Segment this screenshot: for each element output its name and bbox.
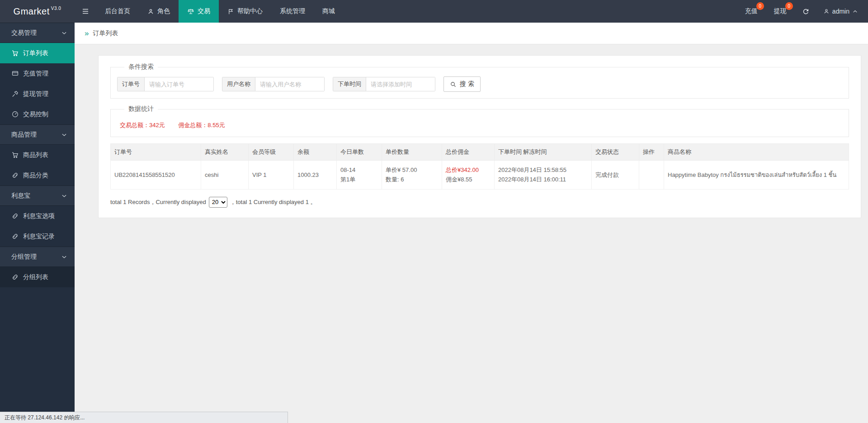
link-icon bbox=[11, 171, 19, 179]
commission-value: 佣金¥8.55 bbox=[446, 175, 491, 184]
scales-icon bbox=[187, 8, 194, 15]
recharge-button[interactable]: 充值 0 bbox=[737, 0, 766, 23]
gauge-icon bbox=[11, 110, 19, 118]
stats-line: 交易总额：342元 佣金总额：8.55元 bbox=[117, 119, 842, 130]
hammer-icon bbox=[11, 90, 19, 98]
user-name-label: 用户名称 bbox=[222, 77, 255, 91]
col-vip-level: 会员等级 bbox=[249, 144, 294, 161]
nav-item-help-center[interactable]: 帮助中心 bbox=[219, 0, 271, 23]
withdraw-button[interactable]: 提现 0 bbox=[766, 0, 795, 23]
col-trade-status: 交易状态 bbox=[592, 144, 639, 161]
browser-status-bar: 正在等待 27.124.46.142 的响应... bbox=[0, 412, 288, 423]
brand-logo[interactable]: Gmarket V3.0 bbox=[0, 0, 75, 23]
link-icon bbox=[11, 233, 19, 240]
nav-item-trade[interactable]: 交易 bbox=[179, 0, 219, 23]
user-name: admin bbox=[832, 8, 849, 15]
stats-panel: 数据统计 交易总额：342元 佣金总额：8.55元 bbox=[110, 105, 849, 137]
sidebar-item-group-list[interactable]: 分组列表 bbox=[0, 267, 75, 287]
user-name-field-group: 用户名称 bbox=[222, 77, 325, 91]
sidebar-section-product-mgmt[interactable]: 商品管理 bbox=[0, 124, 75, 145]
col-unit-price-qty: 单价数量 bbox=[382, 144, 442, 161]
navbar-right: 充值 0 提现 0 admin bbox=[737, 0, 868, 23]
breadcrumb: » 订单列表 bbox=[75, 23, 868, 44]
hamburger-menu-icon[interactable] bbox=[75, 0, 96, 23]
cell-order-unfreeze-time: 2022年08月14日 15:58:55 2022年08月14日 16:00:1… bbox=[495, 161, 592, 190]
order-time-input[interactable] bbox=[366, 77, 435, 91]
breadcrumb-chevrons-icon: » bbox=[85, 29, 89, 38]
nav-item-dashboard[interactable]: 后台首页 bbox=[96, 0, 139, 23]
content-card: 条件搜索 订单号 用户名称 下单时间 搜 索 bbox=[98, 55, 861, 218]
search-button[interactable]: 搜 索 bbox=[443, 76, 481, 92]
cart-icon bbox=[11, 49, 19, 57]
table-header-row: 订单号 真实姓名 会员等级 余额 今日单数 单价数量 总价佣金 下单时间 解冻时… bbox=[111, 144, 849, 161]
order-no-field-group: 订单号 bbox=[117, 77, 214, 91]
chevron-down-icon bbox=[61, 132, 67, 138]
chevron-down-icon bbox=[61, 254, 67, 260]
nav-item-mall[interactable]: 商城 bbox=[314, 0, 344, 23]
cell-actions bbox=[639, 161, 664, 190]
chevron-up-icon bbox=[852, 9, 858, 14]
main-nav: 后台首页 角色 交易 帮助中心 系统管理 商城 bbox=[96, 0, 344, 23]
refresh-icon[interactable] bbox=[795, 0, 817, 23]
stats-panel-legend: 数据统计 bbox=[124, 105, 158, 113]
top-navbar: Gmarket V3.0 后台首页 角色 交易 帮助中心 系统管理 商城 充值 bbox=[0, 0, 868, 23]
col-order-no: 订单号 bbox=[111, 144, 201, 161]
sidebar-item-trade-control[interactable]: 交易控制 bbox=[0, 104, 75, 124]
cell-vip-level: VIP 1 bbox=[249, 161, 294, 190]
nav-item-system[interactable]: 系统管理 bbox=[271, 0, 314, 23]
total-trade-amount: 交易总额：342元 bbox=[120, 122, 165, 128]
orders-table: 订单号 真实姓名 会员等级 余额 今日单数 单价数量 总价佣金 下单时间 解冻时… bbox=[110, 143, 849, 190]
sidebar-section-trade-mgmt[interactable]: 交易管理 bbox=[0, 23, 75, 43]
person-icon bbox=[147, 8, 154, 15]
cell-trade-status: 完成付款 bbox=[592, 161, 639, 190]
brand-name: Gmarket bbox=[14, 6, 50, 17]
order-time-field-group: 下单时间 bbox=[333, 77, 435, 91]
cell-unit-price-qty: 单价¥ 57.00 数量: 6 bbox=[382, 161, 442, 190]
chevron-down-icon bbox=[61, 30, 67, 36]
total-price-value: 总价¥342.00 bbox=[446, 165, 491, 175]
search-panel: 条件搜索 订单号 用户名称 下单时间 搜 索 bbox=[110, 63, 849, 99]
pagination-suffix: ，total 1 Currently displayed 1 。 bbox=[230, 198, 316, 206]
user-menu[interactable]: admin bbox=[817, 0, 868, 23]
chevron-down-icon bbox=[61, 193, 67, 199]
cart-icon bbox=[11, 151, 19, 159]
order-no-label: 订单号 bbox=[118, 77, 145, 91]
sidebar-item-recharge-mgmt[interactable]: 充值管理 bbox=[0, 63, 75, 84]
col-today-orders: 今日单数 bbox=[337, 144, 382, 161]
search-panel-legend: 条件搜索 bbox=[124, 63, 158, 71]
col-total-commission: 总价佣金 bbox=[442, 144, 495, 161]
page-size-select[interactable]: 20 bbox=[209, 197, 227, 208]
sidebar-item-interest-records[interactable]: 利息宝记录 bbox=[0, 226, 75, 247]
sidebar-item-order-list[interactable]: 订单列表 bbox=[0, 43, 75, 63]
col-balance: 余额 bbox=[294, 144, 337, 161]
sidebar: 交易管理 订单列表 充值管理 提现管理 交易控制 商品管理 商品列表 商品分类 … bbox=[0, 23, 75, 423]
col-order-unfreeze-time: 下单时间 解冻时间 bbox=[495, 144, 592, 161]
brand-version: V3.0 bbox=[51, 6, 61, 11]
user-name-input[interactable] bbox=[255, 77, 324, 91]
total-commission-amount: 佣金总额：8.55元 bbox=[178, 122, 225, 128]
col-product-name: 商品名称 bbox=[664, 144, 849, 161]
nav-item-roles[interactable]: 角色 bbox=[139, 0, 179, 23]
pagination: total 1 Records，Currently displayed 20 ，… bbox=[110, 197, 849, 208]
sidebar-section-interest[interactable]: 利息宝 bbox=[0, 185, 75, 206]
sidebar-item-withdraw-mgmt[interactable]: 提现管理 bbox=[0, 84, 75, 104]
col-actions: 操作 bbox=[639, 144, 664, 161]
withdraw-badge: 0 bbox=[785, 2, 793, 10]
cell-product-name: Happytime Babytoy กรงไม้ธรรมชาติของเล่นส… bbox=[664, 161, 849, 190]
cell-total-commission: 总价¥342.00 佣金¥8.55 bbox=[442, 161, 495, 190]
sidebar-item-product-list[interactable]: 商品列表 bbox=[0, 145, 75, 165]
sidebar-section-group-mgmt[interactable]: 分组管理 bbox=[0, 247, 75, 267]
flag-icon bbox=[227, 8, 234, 15]
user-icon bbox=[823, 8, 830, 14]
sidebar-item-interest-options[interactable]: 利息宝选项 bbox=[0, 206, 75, 226]
pagination-prefix: total 1 Records，Currently displayed bbox=[110, 198, 206, 206]
order-time-label: 下单时间 bbox=[333, 77, 366, 91]
sidebar-item-product-category[interactable]: 商品分类 bbox=[0, 165, 75, 185]
recharge-badge: 0 bbox=[756, 2, 764, 10]
cell-today-orders: 08-14 第1单 bbox=[337, 161, 382, 190]
search-icon bbox=[450, 81, 457, 88]
table-row: UB2208141558551520 ceshi VIP 1 1000.23 0… bbox=[111, 161, 849, 190]
order-no-input[interactable] bbox=[145, 77, 213, 91]
link-icon bbox=[11, 273, 19, 281]
col-real-name: 真实姓名 bbox=[201, 144, 249, 161]
